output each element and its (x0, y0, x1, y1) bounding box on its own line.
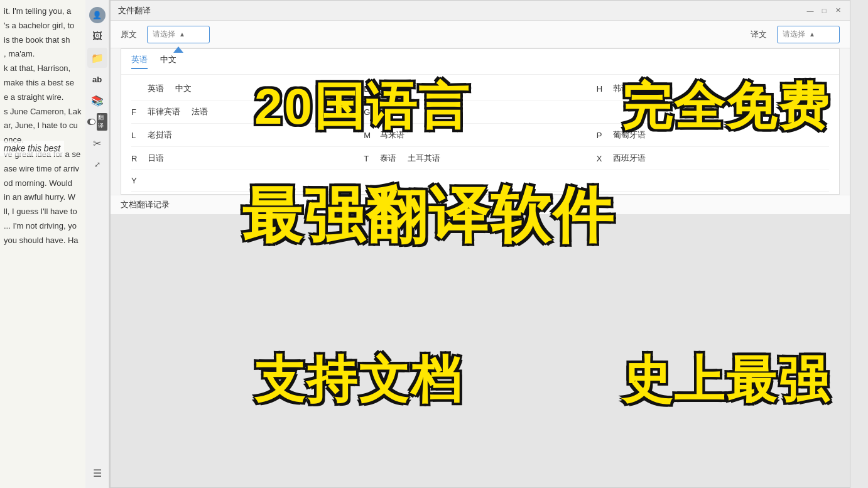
folder-icon[interactable]: 📁 (87, 48, 107, 68)
list-item[interactable]: G 高棉语 (364, 100, 596, 124)
main-area: 文件翻译 — □ ✕ 原文 请选择 ▲ 译文 请选择 ▲ (110, 0, 868, 488)
lang-header-english[interactable]: 英语 (131, 54, 148, 69)
lang-key: F (131, 107, 141, 117)
lang-key: H (597, 84, 607, 94)
lang-extra: 法语 (192, 106, 208, 117)
toolbar: 原文 请选择 ▲ 译文 请选择 ▲ (111, 21, 850, 48)
lang-name: 马来语 (380, 129, 404, 141)
lang-name: 西班牙语 (613, 153, 646, 164)
lang-name: 老挝语 (148, 129, 172, 141)
left-panel: it. I'm telling you, a's a bachelor girl… (0, 0, 110, 488)
window-title: 文件翻译 (118, 5, 151, 16)
ab-icon[interactable]: ab (87, 69, 107, 89)
lang-extra: 土耳其语 (408, 153, 440, 164)
target-select[interactable]: 请选择 ▲ (777, 26, 840, 43)
lang-key: R (131, 154, 141, 163)
doc-translate-record[interactable]: 文档翻译记录 (111, 195, 850, 214)
list-item[interactable]: F 菲律宾语 法语 (131, 100, 364, 124)
lang-grid: 英语 中文 D 德语 H 韩语 F 菲律宾语 法语 G (121, 75, 839, 194)
make-best-label: make this best (0, 141, 64, 156)
lang-key: T (364, 154, 374, 163)
lang-header: 英语 中文 (121, 49, 839, 75)
list-item[interactable] (597, 100, 829, 124)
library-icon[interactable]: 📚 (87, 90, 107, 111)
target-placeholder: 请选择 (783, 29, 805, 40)
menu-icon[interactable]: ☰ (87, 463, 107, 483)
list-item[interactable]: P 葡萄牙语 (597, 124, 829, 147)
target-arrow: ▲ (809, 31, 815, 38)
list-item[interactable]: L 老挝语 (131, 124, 364, 147)
list-item[interactable]: T 泰语 土耳其语 (364, 147, 596, 170)
source-label: 原文 (121, 29, 137, 40)
collapse-icon[interactable]: ⤢ (87, 155, 107, 175)
record-label: 文档翻译记录 (121, 200, 170, 209)
sidebar-icons: 👤 🖼 📁 ab 📚 翻译 ✂ ⤢ ☰ (85, 0, 109, 488)
list-item[interactable]: Y (131, 170, 364, 192)
lang-key: D (364, 84, 374, 94)
title-controls: — □ ✕ (806, 6, 842, 15)
image-icon[interactable]: 🖼 (87, 26, 107, 46)
list-item[interactable]: D 德语 (364, 77, 596, 100)
scissors-icon[interactable]: ✂ (87, 133, 107, 153)
maximize-button[interactable]: □ (820, 6, 828, 15)
source-select[interactable]: 请选择 ▲ (147, 26, 210, 43)
app-lower (111, 214, 850, 487)
lang-key: X (597, 154, 607, 163)
lang-extra: 中文 (175, 83, 192, 94)
lang-key: Y (131, 176, 141, 185)
list-item[interactable] (364, 170, 596, 192)
lang-name: 葡萄牙语 (613, 129, 646, 141)
close-button[interactable]: ✕ (833, 6, 842, 15)
app-window: 文件翻译 — □ ✕ 原文 请选择 ▲ 译文 请选择 ▲ (110, 0, 850, 488)
source-placeholder: 请选择 (153, 29, 175, 40)
lang-header-chinese[interactable]: 中文 (160, 54, 176, 69)
list-item[interactable]: H 韩语 (597, 77, 829, 100)
lang-name: 泰语 (380, 153, 396, 164)
list-item[interactable]: X 西班牙语 (597, 147, 829, 170)
lang-name: 菲律宾语 (148, 106, 180, 117)
list-item[interactable]: 英语 中文 (131, 77, 364, 100)
lang-name: 英语 (148, 83, 164, 94)
lang-key: P (597, 131, 607, 140)
title-bar: 文件翻译 — □ ✕ (111, 1, 850, 21)
toggle-translate[interactable]: 翻译 (87, 112, 107, 132)
lang-name: 高棉语 (380, 106, 404, 117)
language-panel: 英语 中文 英语 中文 D 德语 H 韩语 (121, 48, 840, 195)
lang-name: 日语 (148, 153, 164, 164)
minimize-button[interactable]: — (806, 6, 815, 15)
source-arrow: ▲ (179, 31, 185, 38)
avatar-icon[interactable]: 👤 (87, 5, 107, 25)
lang-key: M (364, 131, 374, 140)
target-label: 译文 (751, 29, 767, 40)
list-item[interactable]: R 日语 (131, 147, 364, 170)
list-item[interactable]: M 马来语 (364, 124, 596, 147)
lang-key: L (131, 131, 141, 140)
lang-name: 德语 (380, 83, 396, 94)
lang-key: G (364, 107, 374, 117)
lang-name: 韩语 (613, 83, 629, 94)
list-item[interactable] (597, 170, 829, 192)
